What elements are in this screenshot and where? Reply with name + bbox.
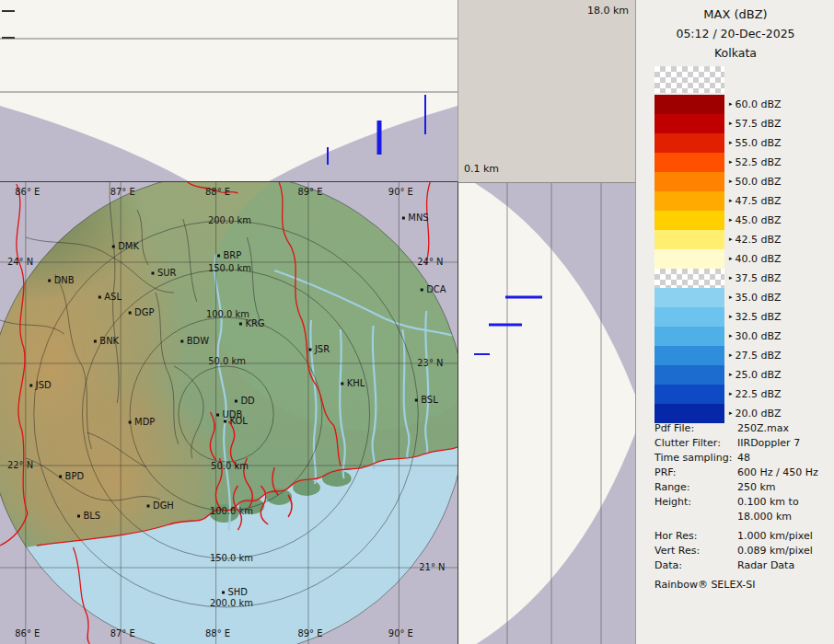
city-dot (421, 289, 423, 292)
legend-arrow-icon: ▸ (729, 236, 733, 243)
legend-arrow-icon: ▸ (729, 274, 733, 282)
legend-swatch (654, 385, 724, 404)
legend-panel: MAX (dBZ) 05:12 / 20-Dec-2025 Kolkata ▸6… (635, 0, 834, 644)
height-axis-tick (2, 37, 15, 39)
legend-arrow-icon: ▸ (729, 332, 733, 339)
lon-label: 90° E (388, 628, 413, 638)
station-name: Kolkata (636, 46, 834, 60)
legend-swatch (654, 230, 724, 249)
top-cross-section-canvas (0, 0, 458, 181)
city-dot (224, 420, 226, 423)
city-label: BNK (99, 336, 119, 346)
legend-label: ▸22.5 dBZ (729, 388, 782, 400)
legend-label: ▸40.0 dBZ (729, 253, 782, 265)
legend-row: ▸60.0 dBZ (654, 95, 829, 114)
legend-label: ▸32.5 dBZ (729, 311, 782, 323)
city-label: BLS (83, 511, 100, 521)
legend-row: ▸20.0 dBZ (654, 404, 829, 423)
city-label: DCA (426, 284, 446, 294)
legend-swatch (654, 365, 724, 385)
color-scale: ▸60.0 dBZ▸57.5 dBZ▸55.0 dBZ▸52.5 dBZ▸50.… (654, 95, 829, 423)
lon-label: 89° E (297, 628, 322, 638)
lat-label: 24° N (417, 257, 443, 267)
city-dot (77, 515, 80, 518)
legend-row: ▸47.5 dBZ (654, 191, 829, 211)
legend-row: ▸27.5 dBZ (654, 346, 829, 365)
legend-row: ▸37.5 dBZ (654, 269, 829, 288)
city-dot (308, 349, 311, 351)
city-dot (216, 414, 219, 417)
side-cross-section-canvas (458, 183, 635, 644)
legend-swatch (654, 153, 724, 172)
lon-label: 87° E (110, 628, 135, 638)
legend-row: ▸50.0 dBZ (654, 172, 829, 191)
legend-swatch (654, 346, 724, 365)
side-cross-section-panel (458, 182, 635, 644)
info-row: Height:0.100 km to (654, 495, 829, 510)
legend-arrow-icon: ▸ (729, 120, 733, 127)
legend-label: ▸47.5 dBZ (729, 195, 782, 207)
range-ring-label: 150.0 km (208, 263, 251, 273)
legend-arrow-icon: ▸ (729, 293, 733, 301)
product-info-block: Pdf File:250Z.maxClutter Filter:IIRDoppl… (654, 421, 829, 591)
legend-transparent-swatch (654, 66, 724, 93)
legend-arrow-icon: ▸ (729, 371, 733, 378)
legend-row: ▸30.0 dBZ (654, 327, 829, 346)
legend-arrow-icon: ▸ (729, 351, 733, 359)
city-dot (112, 246, 115, 248)
range-ring-label: 100.0 km (210, 506, 253, 516)
range-ring-label: 150.0 km (210, 553, 253, 563)
city-label: DGH (153, 500, 174, 511)
lon-label: 88° E (205, 187, 230, 197)
range-ring-label: 200.0 km (210, 598, 253, 608)
range-ring-label: 200.0 km (208, 215, 251, 225)
legend-label: ▸27.5 dBZ (729, 350, 782, 362)
legend-label: ▸45.0 dBZ (729, 214, 782, 226)
city-dot (222, 592, 225, 594)
city-label: BPD (65, 471, 85, 481)
software-brand: Rainbow® SELEX-SI (654, 579, 829, 591)
legend-swatch (654, 404, 724, 423)
legend-swatch (654, 327, 724, 346)
legend-label: ▸35.0 dBZ (729, 292, 782, 304)
city-dot (415, 399, 418, 402)
legend-swatch (654, 191, 724, 211)
legend-label: ▸42.5 dBZ (729, 234, 782, 246)
legend-row: ▸45.0 dBZ (654, 211, 829, 230)
legend-row: ▸57.5 dBZ (654, 114, 829, 133)
product-title: MAX (dBZ) (636, 7, 834, 21)
legend-swatch (654, 288, 724, 307)
info-row: Vert Res:0.089 km/pixel (654, 544, 829, 558)
lat-label: 21° N (419, 562, 445, 572)
top-height-axis-label: 18.0 km (587, 5, 629, 17)
info-row: Range:250 km (654, 480, 829, 495)
city-dot (129, 421, 132, 424)
city-dot (48, 280, 51, 282)
city-dot (98, 296, 101, 299)
range-ring-label: 50.0 km (208, 356, 246, 366)
city-label: KHL (347, 378, 365, 388)
legend-row: ▸40.0 dBZ (654, 249, 829, 269)
legend-label: ▸55.0 dBZ (729, 137, 782, 149)
legend-header: MAX (dBZ) 05:12 / 20-Dec-2025 Kolkata (636, 7, 834, 65)
legend-swatch (654, 172, 724, 191)
lon-label: 86° E (15, 187, 40, 197)
info-row: 18.000 km (654, 510, 829, 524)
city-label: SHD (228, 587, 249, 597)
legend-row: ▸22.5 dBZ (654, 385, 829, 404)
scan-datetime: 05:12 / 20-Dec-2025 (636, 27, 834, 40)
city-label: ASL (104, 292, 122, 302)
city-label: JSD (35, 380, 52, 390)
legend-arrow-icon: ▸ (729, 255, 733, 262)
legend-arrow-icon: ▸ (729, 216, 733, 224)
legend-label: ▸52.5 dBZ (729, 156, 782, 168)
city-dot (217, 255, 220, 258)
legend-swatch (654, 114, 724, 133)
city-dot (341, 383, 343, 385)
legend-label: ▸57.5 dBZ (729, 118, 782, 130)
legend-label: ▸20.0 dBZ (729, 408, 782, 420)
city-label: MNS (408, 213, 428, 223)
city-label: BSL (421, 395, 438, 405)
city-label: KRG (245, 318, 264, 328)
legend-label: ▸25.0 dBZ (729, 369, 782, 381)
